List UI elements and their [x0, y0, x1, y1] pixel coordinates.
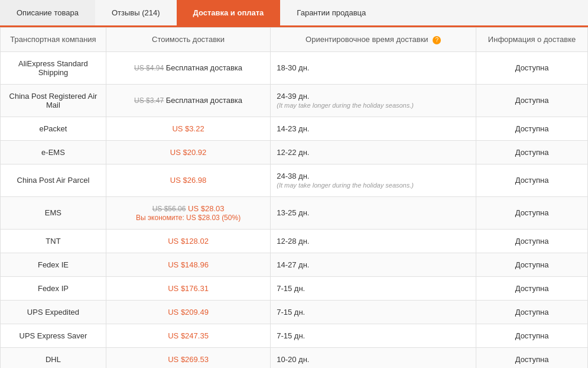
cell-info: Доступна	[476, 51, 588, 84]
cell-info: Доступна	[476, 196, 588, 229]
delivery-note: (It may take longer during the holiday s…	[277, 182, 414, 189]
tab-delivery[interactable]: Доставка и оплата	[177, 0, 281, 25]
cell-time: 7-15 дн.	[271, 276, 476, 300]
cell-cost: US $247.35	[106, 324, 270, 347]
cell-company: UPS Express Saver	[1, 324, 106, 347]
header-cost: Стоимость доставки	[106, 28, 270, 52]
cell-cost: US $176.31	[106, 276, 270, 300]
tab-reviews[interactable]: Отзывы (214)	[95, 0, 177, 25]
table-row: TNTUS $128.0212-28 дн.Доступна	[1, 229, 588, 253]
cell-company: Fedex IP	[1, 276, 106, 300]
original-price: US $56.06	[152, 205, 186, 213]
discounted-price: US $28.03	[188, 204, 224, 213]
free-shipping-label: Бесплатная доставка	[166, 96, 242, 105]
cell-info: Доступна	[476, 324, 588, 347]
cell-company: TNT	[1, 229, 106, 253]
table-row: UPS ExpeditedUS $209.497-15 дн.Доступна	[1, 300, 588, 324]
tab-guarantee[interactable]: Гарантии продавца	[280, 0, 382, 25]
table-row: ePacketUS $3.2214-23 дн.Доступна	[1, 117, 588, 140]
cell-time: 14-27 дн.	[271, 253, 476, 276]
cell-cost: US $148.96	[106, 253, 270, 276]
delivery-time: 7-15 дн.	[277, 331, 305, 340]
cell-time: 13-25 дн.	[271, 196, 476, 229]
delivery-time: 7-15 дн.	[277, 308, 305, 317]
table-row: EMSUS $56.06 US $28.03Вы экономите: US $…	[1, 196, 588, 229]
discounted-price: US $247.35	[168, 331, 209, 340]
delivery-note: (It may take longer during the holiday s…	[277, 102, 414, 109]
cell-info: Доступна	[476, 347, 588, 368]
cell-info: Доступна	[476, 276, 588, 300]
delivery-time: 14-23 дн.	[277, 124, 309, 133]
delivery-time: 24-39 дн.	[277, 92, 309, 101]
cell-company: China Post Registered Air Mail	[1, 84, 106, 117]
cell-company: China Post Air Parcel	[1, 164, 106, 196]
cell-company: AliExpress Standard Shipping	[1, 51, 106, 84]
cell-cost: US $3.47 Бесплатная доставка	[106, 84, 270, 117]
delivery-time: 12-22 дн.	[277, 148, 309, 157]
discounted-price: US $20.92	[170, 148, 206, 157]
discounted-price: US $26.98	[170, 176, 206, 185]
discounted-price: US $209.49	[168, 308, 209, 317]
table-row: AliExpress Standard ShippingUS $4.94 Бес…	[1, 51, 588, 84]
cell-company: ePacket	[1, 117, 106, 140]
cell-time: 14-23 дн.	[271, 117, 476, 140]
tab-description[interactable]: Описание товара	[0, 0, 95, 25]
cell-time: 10-20 дн.	[271, 347, 476, 368]
cell-info: Доступна	[476, 117, 588, 140]
cell-time: 24-38 дн.(It may take longer during the …	[271, 164, 476, 196]
cell-info: Доступна	[476, 253, 588, 276]
cell-info: Доступна	[476, 229, 588, 253]
discounted-price: US $128.02	[168, 237, 209, 246]
delivery-time: 10-20 дн.	[277, 355, 309, 364]
help-icon[interactable]: ?	[433, 36, 441, 44]
table-row: Fedex IEUS $148.9614-27 дн.Доступна	[1, 253, 588, 276]
table-row: e-EMSUS $20.9212-22 дн.Доступна	[1, 140, 588, 164]
cell-company: EMS	[1, 196, 106, 229]
header-time: Ориентировочное время доставки ?	[271, 28, 476, 52]
cell-cost: US $3.22	[106, 117, 270, 140]
cell-time: 7-15 дн.	[271, 300, 476, 324]
delivery-time: 24-38 дн.	[277, 172, 309, 180]
delivery-time: 13-25 дн.	[277, 208, 309, 217]
cell-time: 18-30 дн.	[271, 51, 476, 84]
table-row: UPS Express SaverUS $247.357-15 дн.Досту…	[1, 324, 588, 347]
header-info: Информация о доставке	[476, 28, 588, 52]
table-header-row: Транспортная компания Стоимость доставки…	[1, 28, 588, 52]
cell-cost: US $56.06 US $28.03Вы экономите: US $28.…	[106, 196, 270, 229]
cell-company: DHL	[1, 347, 106, 368]
cell-company: Fedex IE	[1, 253, 106, 276]
discounted-price: US $148.96	[168, 260, 209, 269]
cell-cost: US $20.92	[106, 140, 270, 164]
cell-cost: US $269.53	[106, 347, 270, 368]
cell-time: 12-22 дн.	[271, 140, 476, 164]
delivery-time: 18-30 дн.	[277, 63, 309, 72]
original-price: US $4.94	[134, 64, 164, 72]
cell-info: Доступна	[476, 84, 588, 117]
cell-cost: US $26.98	[106, 164, 270, 196]
cell-info: Доступна	[476, 140, 588, 164]
delivery-time: 7-15 дн.	[277, 284, 305, 293]
discounted-price: US $3.22	[172, 124, 204, 133]
delivery-time: 14-27 дн.	[277, 260, 309, 269]
original-price: US $3.47	[134, 96, 164, 105]
table-row: Fedex IPUS $176.317-15 дн.Доступна	[1, 276, 588, 300]
tab-bar: Описание товараОтзывы (214)Доставка и оп…	[0, 0, 588, 27]
cell-cost: US $4.94 Бесплатная доставка	[106, 51, 270, 84]
tabs-container: Описание товараОтзывы (214)Доставка и оп…	[0, 0, 588, 27]
cell-time: 7-15 дн.	[271, 324, 476, 347]
cell-cost: US $209.49	[106, 300, 270, 324]
cell-info: Доступна	[476, 300, 588, 324]
shipping-table: Транспортная компания Стоимость доставки…	[0, 27, 588, 368]
cell-time: 12-28 дн.	[271, 229, 476, 253]
delivery-time: 12-28 дн.	[277, 237, 309, 246]
table-row: China Post Registered Air MailUS $3.47 Б…	[1, 84, 588, 117]
discounted-price: US $176.31	[168, 284, 209, 293]
discounted-price: US $269.53	[168, 355, 209, 364]
header-company: Транспортная компания	[1, 28, 106, 52]
cell-cost: US $128.02	[106, 229, 270, 253]
table-row: DHLUS $269.5310-20 дн.Доступна	[1, 347, 588, 368]
free-shipping-label: Бесплатная доставка	[166, 63, 242, 72]
savings-label: Вы экономите: US $28.03 (50%)	[136, 214, 241, 222]
table-row: China Post Air ParcelUS $26.9824-38 дн.(…	[1, 164, 588, 196]
cell-info: Доступна	[476, 164, 588, 196]
